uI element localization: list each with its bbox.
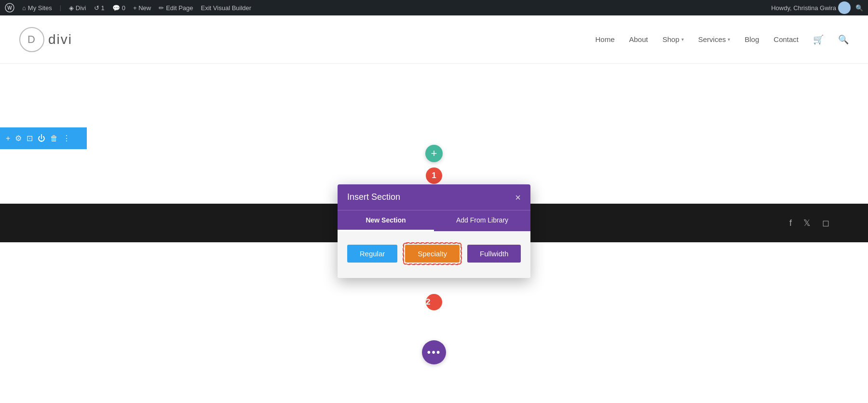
services-chevron-icon: ▾ <box>728 37 730 42</box>
toolbar-add-icon[interactable]: + <box>6 134 10 143</box>
tab-add-from-library[interactable]: Add From Library <box>434 210 530 231</box>
pencil-icon: ✏ <box>159 4 164 12</box>
divider1: | <box>60 4 61 11</box>
facebook-icon[interactable]: f <box>789 218 792 228</box>
divi-link[interactable]: ◈ Divi <box>69 4 86 12</box>
wordpress-icon: W <box>5 3 14 13</box>
exit-builder-link[interactable]: Exit Visual Builder <box>201 4 252 12</box>
specialty-section-button[interactable]: Specialty <box>405 245 460 263</box>
site-nav: Home About Shop ▾ Services ▾ Blog Contac… <box>595 34 849 45</box>
edit-page-link[interactable]: ✏ Edit Page <box>159 4 193 12</box>
builder-toolbar: + ⚙ ⊡ ⏻ 🗑 ⋮ <box>0 127 87 149</box>
toolbar-more-icon[interactable]: ⋮ <box>63 134 70 143</box>
cart-icon[interactable]: 🛒 <box>813 34 824 45</box>
fullwidth-section-button[interactable]: Fullwidth <box>467 245 521 263</box>
toolbar-gear-icon[interactable]: ⚙ <box>15 134 22 143</box>
footer-social: f 𝕏 ◻ <box>789 218 829 228</box>
nav-services[interactable]: Services ▾ <box>698 35 731 43</box>
new-link[interactable]: + New <box>133 4 151 12</box>
bottom-dots-button[interactable]: ••• <box>422 340 446 364</box>
nav-shop[interactable]: Shop ▾ <box>663 35 684 43</box>
howdy-user[interactable]: Howdy, Christina Gwira <box>771 1 851 14</box>
site-header: D divi Home About Shop ▾ Services ▾ Blog… <box>0 15 868 64</box>
comments-link[interactable]: 💬 0 <box>112 4 125 12</box>
admin-bar: W ⌂ My Sites | ◈ Divi ↺ 1 💬 0 + New ✏ Ed… <box>0 0 868 15</box>
updates-icon: ↺ <box>94 4 99 12</box>
toolbar-power-icon[interactable]: ⏻ <box>38 134 45 143</box>
nav-blog[interactable]: Blog <box>745 35 759 43</box>
instagram-icon[interactable]: ◻ <box>822 218 829 228</box>
user-avatar <box>838 1 851 14</box>
updates-link[interactable]: ↺ 1 <box>94 4 105 12</box>
twitter-icon[interactable]: 𝕏 <box>803 218 811 228</box>
insert-section-modal: Insert Section × New Section Add From Li… <box>338 184 530 278</box>
step-1-badge: 1 <box>426 167 442 184</box>
nav-contact[interactable]: Contact <box>773 35 799 43</box>
my-sites[interactable]: ⌂ My Sites <box>22 4 52 12</box>
divi-icon: ◈ <box>69 4 74 12</box>
site-logo[interactable]: D divi <box>19 27 72 52</box>
admin-bar-right: Howdy, Christina Gwira 🔍 <box>771 1 863 14</box>
shop-chevron-icon: ▾ <box>681 37 684 42</box>
modal-body: Regular Specialty Fullwidth <box>338 231 530 278</box>
toolbar-trash-icon[interactable]: 🗑 <box>50 134 58 143</box>
nav-home[interactable]: Home <box>595 35 614 43</box>
svg-text:W: W <box>7 5 12 11</box>
header-search-icon[interactable]: 🔍 <box>838 34 849 45</box>
main-content: + ⚙ ⊡ ⏻ 🗑 ⋮ Designed by Elegant Themes |… <box>0 64 868 403</box>
logo-circle: D <box>19 27 44 52</box>
modal-title: Insert Section <box>347 192 400 202</box>
my-sites-icon: ⌂ <box>22 4 26 12</box>
modal-header: Insert Section × <box>338 184 530 210</box>
add-section-green-button[interactable]: + <box>425 145 443 162</box>
comments-icon: 💬 <box>112 4 120 12</box>
step-2-badge: 2 <box>426 294 442 310</box>
regular-section-button[interactable]: Regular <box>347 245 398 263</box>
wp-logo[interactable]: W <box>5 3 14 13</box>
toolbar-resize-icon[interactable]: ⊡ <box>27 134 33 143</box>
modal-tabs: New Section Add From Library <box>338 210 530 231</box>
specialty-outline: Specialty <box>403 243 461 264</box>
tab-new-section[interactable]: New Section <box>338 210 434 231</box>
nav-about[interactable]: About <box>629 35 648 43</box>
search-icon[interactable]: 🔍 <box>855 4 863 12</box>
modal-close-button[interactable]: × <box>515 193 521 202</box>
